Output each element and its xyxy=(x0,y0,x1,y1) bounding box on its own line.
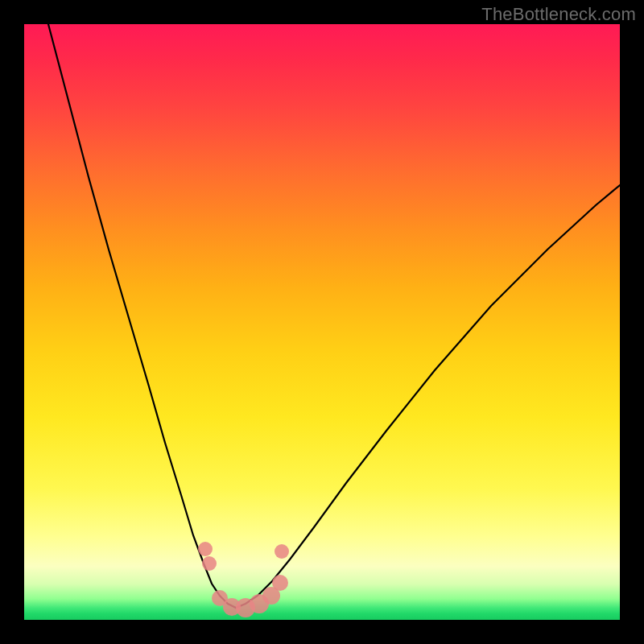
curve-left-branch xyxy=(48,24,236,608)
data-marker xyxy=(275,544,289,559)
curve-right-branch xyxy=(236,185,620,608)
plot-area xyxy=(24,24,620,620)
data-marker xyxy=(202,556,217,571)
chart-frame: TheBottleneck.com xyxy=(0,0,644,644)
watermark-text: TheBottleneck.com xyxy=(481,4,636,25)
curve-layer xyxy=(24,24,620,620)
data-marker xyxy=(198,542,213,556)
data-marker xyxy=(272,575,288,591)
data-markers xyxy=(198,542,289,617)
